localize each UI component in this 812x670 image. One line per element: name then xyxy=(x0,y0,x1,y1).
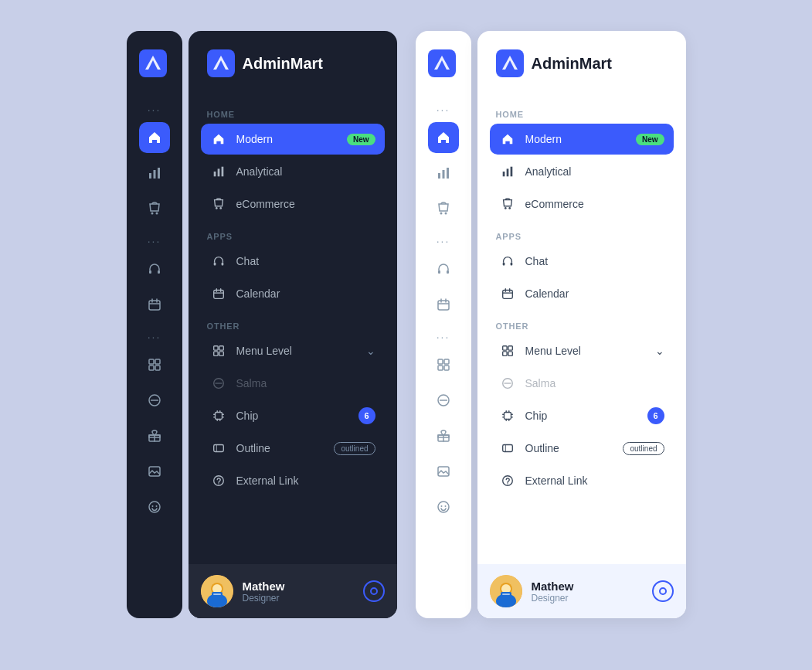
light-chat-item-icon xyxy=(499,253,516,270)
dark-footer-info: Mathew Designer xyxy=(243,580,354,604)
light-analytical-item-label: Analytical xyxy=(525,165,664,178)
light-calendar-nav-icon[interactable] xyxy=(428,289,459,320)
light-footer-info: Mathew Designer xyxy=(532,580,643,604)
light-modern-nav-item[interactable]: Modern New xyxy=(490,124,674,155)
svg-rect-53 xyxy=(444,359,449,364)
emoji-nav-icon[interactable] xyxy=(139,491,170,522)
svg-rect-44 xyxy=(438,173,440,179)
menu-level-chevron-icon: ⌄ xyxy=(366,345,375,357)
light-analytical-nav-item[interactable]: Analytical xyxy=(490,156,674,187)
dark-user-avatar xyxy=(201,575,233,607)
light-analytical-item-icon xyxy=(499,163,516,180)
svg-point-18 xyxy=(155,505,157,507)
light-home-item-icon xyxy=(499,131,516,148)
svg-rect-69 xyxy=(510,263,512,266)
light-chip-nav-item[interactable]: Chip 6 xyxy=(490,400,674,431)
svg-rect-77 xyxy=(502,445,512,452)
dark-footer-name: Mathew xyxy=(243,580,354,593)
analytics-nav-icon[interactable] xyxy=(139,158,170,189)
svg-point-5 xyxy=(155,213,158,215)
light-external-link-item-icon xyxy=(499,472,516,489)
light-shop-nav-icon[interactable] xyxy=(428,193,459,224)
light-headset-nav-icon[interactable] xyxy=(428,253,459,284)
svg-point-61 xyxy=(444,505,446,507)
modern-nav-item[interactable]: Modern New xyxy=(201,124,385,155)
menu-level-item-label: Menu Level xyxy=(236,345,357,357)
light-footer-name: Mathew xyxy=(532,580,643,593)
dots-1: ··· xyxy=(148,104,161,116)
svg-rect-52 xyxy=(438,359,443,364)
svg-rect-2 xyxy=(153,170,155,179)
outline-badge: outlined xyxy=(334,442,375,455)
dark-footer-action-button[interactable] xyxy=(363,580,385,602)
light-ecommerce-item-label: eCommerce xyxy=(525,198,664,210)
svg-rect-46 xyxy=(447,168,449,179)
light-gift-nav-icon[interactable] xyxy=(428,420,459,451)
svg-rect-63 xyxy=(502,172,505,176)
modern-item-label: Modern xyxy=(236,133,338,145)
light-full-sidebar: AdminMart HOME Modern New Analytical eCo… xyxy=(477,31,686,618)
modern-badge-new: New xyxy=(347,134,375,145)
light-salma-nav-item[interactable]: Salma xyxy=(490,368,674,399)
dark-full-sidebar: AdminMart HOME Modern New Analytical eCo… xyxy=(189,31,397,618)
svg-rect-26 xyxy=(221,263,223,266)
svg-rect-34 xyxy=(213,445,223,452)
chip-item-label: Chip xyxy=(236,410,349,422)
light-chat-nav-item[interactable]: Chat xyxy=(490,246,674,277)
light-menu-level-chevron-icon: ⌄ xyxy=(655,345,664,357)
dark-brand-name: AdminMart xyxy=(243,55,323,73)
light-calendar-nav-item[interactable]: Calendar xyxy=(490,278,674,309)
chat-item-label: Chat xyxy=(236,255,375,267)
menu-level-nav-item[interactable]: Menu Level ⌄ xyxy=(201,335,385,366)
svg-rect-70 xyxy=(502,291,512,299)
light-external-link-nav-item[interactable]: External Link xyxy=(490,465,674,496)
menu-level-nav-icon[interactable] xyxy=(139,349,170,380)
salma-item-label: Salma xyxy=(236,377,375,389)
outline-nav-item[interactable]: Outline outlined xyxy=(201,433,385,464)
chip-nav-item[interactable]: Chip 6 xyxy=(201,400,385,431)
svg-rect-8 xyxy=(149,301,160,310)
block-nav-icon[interactable] xyxy=(139,385,170,416)
light-outline-nav-item[interactable]: Outline outlined xyxy=(490,433,674,464)
outline-item-label: Outline xyxy=(236,442,325,454)
svg-point-17 xyxy=(151,505,153,507)
dots-2: ··· xyxy=(148,235,161,247)
light-calendar-item-label: Calendar xyxy=(525,287,664,300)
light-icon-sidebar: ··· ··· ··· xyxy=(416,31,471,618)
image-nav-icon[interactable] xyxy=(139,456,170,487)
gift-nav-icon[interactable] xyxy=(139,420,170,451)
svg-point-36 xyxy=(218,483,219,484)
ecommerce-nav-item[interactable]: eCommerce xyxy=(201,189,385,219)
light-home-section-label: HOME xyxy=(490,110,674,119)
light-chat-item-label: Chat xyxy=(525,255,664,267)
shop-nav-icon[interactable] xyxy=(139,193,170,224)
light-outline-item-icon xyxy=(499,440,516,457)
chat-nav-item[interactable]: Chat xyxy=(201,246,385,277)
light-block-nav-icon[interactable] xyxy=(428,385,459,416)
calendar-nav-icon[interactable] xyxy=(139,289,170,320)
svg-rect-30 xyxy=(213,352,217,355)
svg-rect-27 xyxy=(213,291,223,299)
calendar-nav-item[interactable]: Calendar xyxy=(201,278,385,309)
external-link-nav-item[interactable]: External Link xyxy=(201,465,385,496)
light-image-nav-icon[interactable] xyxy=(428,456,459,487)
light-emoji-nav-icon[interactable] xyxy=(428,491,459,522)
light-chip-badge-count: 6 xyxy=(647,407,664,424)
home-nav-icon[interactable] xyxy=(139,122,170,153)
analytical-nav-item[interactable]: Analytical xyxy=(201,156,385,187)
apps-section-label: APPS xyxy=(201,232,385,241)
svg-point-24 xyxy=(219,207,222,209)
svg-rect-42 xyxy=(213,593,221,595)
light-menu-level-nav-item[interactable]: Menu Level ⌄ xyxy=(490,335,674,366)
light-home-nav-icon[interactable] xyxy=(428,122,459,153)
light-menu-level-nav-icon[interactable] xyxy=(428,349,459,380)
salma-nav-item[interactable]: Salma xyxy=(201,368,385,399)
svg-rect-10 xyxy=(155,359,160,364)
light-footer-action-button[interactable] xyxy=(652,580,674,602)
light-ecommerce-nav-item[interactable]: eCommerce xyxy=(490,189,674,219)
headset-nav-icon[interactable] xyxy=(139,253,170,284)
svg-rect-21 xyxy=(217,168,219,176)
svg-point-4 xyxy=(151,213,153,215)
light-analytics-nav-icon[interactable] xyxy=(428,158,459,189)
svg-rect-22 xyxy=(221,167,223,177)
